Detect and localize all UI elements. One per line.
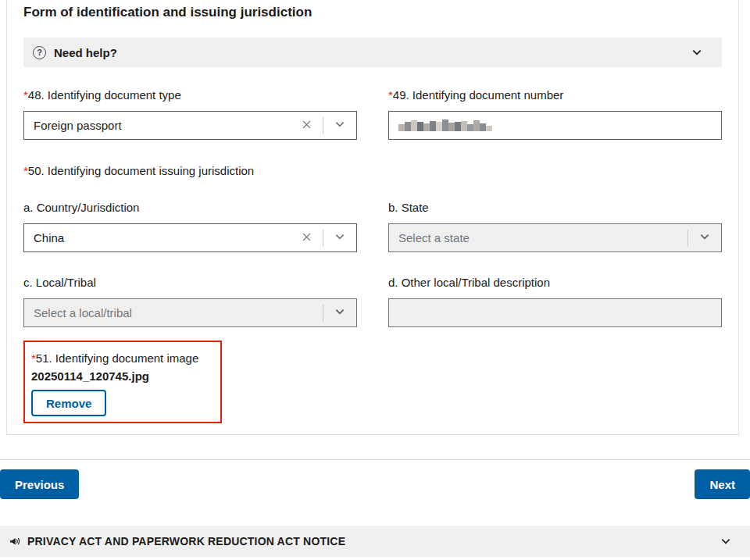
doc-type-toggle-button[interactable] bbox=[323, 112, 356, 139]
doc-type-combobox[interactable]: Foreign passport bbox=[23, 111, 357, 140]
remove-file-button[interactable]: Remove bbox=[31, 390, 106, 416]
next-button[interactable]: Next bbox=[695, 469, 750, 499]
other-desc-label: d. Other local/Tribal description bbox=[388, 275, 722, 290]
country-value: China bbox=[24, 231, 290, 244]
x-icon bbox=[301, 231, 312, 245]
nav-button-row: Previous Next bbox=[0, 469, 750, 499]
state-select[interactable]: Select a state bbox=[388, 223, 722, 252]
local-tribal-placeholder: Select a local/tribal bbox=[24, 306, 323, 319]
nav-divider bbox=[0, 459, 750, 460]
doc-type-clear-button[interactable] bbox=[290, 112, 323, 139]
form-section-card: Form of identification and issuing juris… bbox=[6, 0, 739, 435]
chevron-down-icon bbox=[334, 230, 346, 245]
country-label: a. Country/Jurisdiction bbox=[23, 200, 357, 215]
field-other-desc: d. Other local/Tribal description bbox=[388, 275, 722, 327]
question-circle-icon: ? bbox=[33, 46, 46, 59]
page-title: Form of identification and issuing juris… bbox=[23, 4, 722, 20]
chevron-down-icon bbox=[334, 305, 346, 320]
state-toggle-button[interactable] bbox=[688, 224, 721, 251]
privacy-act-label: PRIVACY ACT AND PAPERWORK REDUCTION ACT … bbox=[27, 535, 345, 548]
privacy-act-accordion[interactable]: PRIVACY ACT AND PAPERWORK REDUCTION ACT … bbox=[0, 526, 750, 557]
jurisdiction-group-label: *50. Identifying document issuing jurisd… bbox=[23, 163, 722, 178]
previous-button[interactable]: Previous bbox=[0, 469, 79, 499]
doc-type-value: Foreign passport bbox=[24, 119, 290, 132]
state-placeholder: Select a state bbox=[389, 231, 688, 244]
state-label: b. State bbox=[388, 200, 722, 215]
need-help-accordion[interactable]: ? Need help? bbox=[23, 37, 722, 67]
chevron-down-icon bbox=[698, 230, 711, 245]
field-state: b. State Select a state bbox=[388, 200, 722, 252]
doc-number-label: *49. Identifying document number bbox=[388, 87, 722, 102]
chevron-down-icon bbox=[720, 535, 732, 548]
megaphone-icon bbox=[8, 534, 22, 548]
country-clear-button[interactable] bbox=[290, 224, 323, 251]
country-toggle-button[interactable] bbox=[323, 224, 356, 251]
need-help-label: Need help? bbox=[54, 46, 117, 59]
field-local-tribal: c. Local/Tribal Select a local/tribal bbox=[23, 275, 357, 327]
uploaded-filename: 20250114_120745.jpg bbox=[31, 369, 212, 383]
redacted-document-number bbox=[398, 119, 492, 131]
chevron-down-icon bbox=[691, 46, 703, 59]
local-tribal-select[interactable]: Select a local/tribal bbox=[23, 298, 357, 327]
other-desc-input[interactable] bbox=[388, 298, 722, 327]
local-tribal-toggle-button[interactable] bbox=[323, 299, 356, 326]
field-doc-type: *48. Identifying document type Foreign p… bbox=[23, 87, 357, 140]
local-tribal-label: c. Local/Tribal bbox=[23, 275, 357, 290]
doc-image-highlight-box: *51. Identifying document image 20250114… bbox=[23, 341, 222, 423]
doc-image-label: *51. Identifying document image bbox=[31, 351, 212, 366]
doc-type-label: *48. Identifying document type bbox=[23, 87, 357, 102]
field-country: a. Country/Jurisdiction China bbox=[23, 200, 357, 252]
doc-number-input[interactable] bbox=[388, 111, 722, 140]
country-combobox[interactable]: China bbox=[23, 223, 357, 252]
x-icon bbox=[301, 119, 312, 133]
chevron-down-icon bbox=[334, 118, 346, 133]
field-doc-number: *49. Identifying document number bbox=[388, 87, 722, 140]
